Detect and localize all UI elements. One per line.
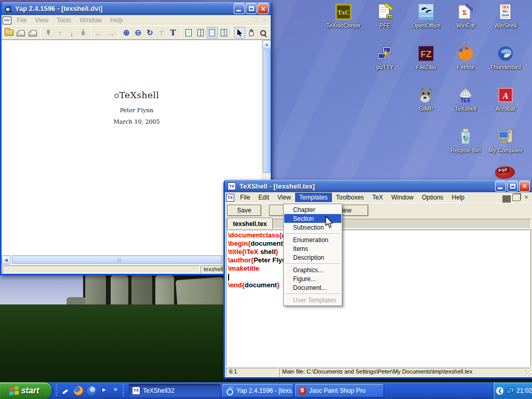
desktop-icon-openoffice[interactable]: OpenOffice [405,3,447,29]
desktop-icon-winshell[interactable]: TEXWinShell WinShell [485,3,526,29]
tab-texshell-tex[interactable]: texshell.tex [227,218,273,229]
desktop-icon-texshell[interactable]: TEX TeXshell [445,86,486,112]
yap-menu-window[interactable]: Window [75,16,106,25]
menu-window[interactable]: Window [387,193,418,202]
psp-icon: PSP [495,165,515,180]
stonehenge-stone [155,275,174,309]
winshell-icon: TEXWinShell [497,3,514,21]
psp-badge-text: PSP [497,167,509,173]
menu-toolboxes[interactable]: Toolboxes [332,193,368,202]
menu-item-user-templates: User Templates [284,296,341,304]
desktop-icon-texniccenter[interactable]: TxC TeXnicCenter [323,3,364,29]
yap-minimize-button[interactable] [234,3,245,14]
zoom-in-button[interactable]: ⊕ [121,27,132,38]
next-page-button[interactable]: ↓ [66,27,77,38]
desktop-icon-pfe[interactable]: 32 PFE [364,3,406,29]
text-outline-button[interactable]: T [156,27,167,38]
vertical-scroll-thumb[interactable] [263,49,271,173]
continuous-double-view-button[interactable] [218,27,229,38]
texshell-editor[interactable]: \documentclass{article} \begin{document}… [226,230,531,366]
forward-button[interactable]: → [105,27,116,38]
resize-grip[interactable] [525,370,531,377]
menu-item-document[interactable]: Document... [284,283,341,292]
desktop-icon-label: WinEdt [445,22,486,29]
text-mode-button[interactable]: T [167,27,178,38]
menu-options[interactable]: Options [418,193,447,202]
menu-templates[interactable]: Templates [295,193,332,202]
yap-titlebar[interactable]: DVI Yap 2.4.1596 - [texshell.dvi] × [2,2,271,15]
zoom-out-button[interactable]: ⊖ [132,27,143,38]
tray-collapse-chevron[interactable]: ❮ [496,387,503,395]
scroll-up-arrow[interactable]: ▲ [262,40,271,49]
refresh-button[interactable]: ↻ [144,27,155,38]
menu-tex[interactable]: TeX [368,193,388,202]
desktop-icon-winedt[interactable]: Σ WinEdt [445,3,486,29]
hand-tool-button[interactable] [246,27,257,38]
quicklaunch-overflow-chevron[interactable]: » [114,385,117,393]
back-button[interactable]: ← [94,27,104,38]
taskbar-button-texshell32[interactable]: TX TeXShell32 [129,384,220,397]
menu-item-chapter[interactable]: Chapter [284,205,341,214]
yap-menu-help[interactable]: Help [106,16,127,25]
texshell-window-title: TeXShell - [texshell.tex] [240,182,493,190]
taskbar-button-paintshoppro[interactable]: 8 Jasc Paint Shop Pro [295,384,383,397]
desktop-icon-putty[interactable]: puTTY [364,45,406,70]
menu-help[interactable]: Help [447,193,469,202]
print-setup-button[interactable] [27,27,38,38]
desktop-icon-thunderbird[interactable]: Thunderbird [485,45,526,70]
mdi-minimize-button[interactable] [502,193,511,201]
open-file-button[interactable] [4,27,15,38]
network-tray-icon[interactable] [506,388,513,394]
thunderbird-quicklaunch-icon[interactable] [87,386,96,395]
continuous-view-button[interactable] [207,27,218,38]
taskbar-button-yap[interactable]: Yap 2.4.1596 - [texs... [222,384,293,397]
first-page-button[interactable]: ↟ [43,27,54,38]
menu-item-enumeration[interactable]: Enumeration [284,235,341,244]
menu-item-graphics[interactable]: Graphics... [284,265,341,274]
scroll-left-arrow[interactable]: ◀ [2,256,10,264]
double-page-icon [197,29,204,36]
mdi-close-button[interactable]: × [522,193,530,201]
menu-item-description[interactable]: Description [284,253,341,262]
previous-page-button[interactable]: ↑ [55,27,65,38]
texshell-minimize-button[interactable] [495,181,506,192]
magnifier-tool-button[interactable] [258,27,269,38]
select-tool-button[interactable] [234,27,246,38]
texshell-close-button[interactable]: × [519,181,530,192]
desktop-icon-gimp[interactable]: GIMP [405,86,447,112]
texshell-titlebar[interactable]: TX TeXShell - [texshell.tex] × [225,180,532,192]
menu-item-items[interactable]: Items [284,244,341,253]
menu-view[interactable]: View [273,193,295,202]
print-button[interactable] [15,27,26,38]
single-page-view-button[interactable] [183,27,194,38]
desktop-icon-filezilla[interactable]: FZ FileZilla [405,45,447,70]
menu-item-figure[interactable]: Figure... [284,274,341,283]
mdi-child-controls[interactable]: × [502,193,530,201]
menu-edit[interactable]: Edit [254,193,273,202]
desktop-icon-firefox[interactable]: Firefox [445,45,486,70]
horizontal-scroll-thumb[interactable] [12,256,222,264]
desktop-icon-acrobat[interactable]: A Acrobat [485,86,526,112]
desktop-icon-psp-partial[interactable]: PSP [495,166,518,180]
texshell-tabbar: texshell.tex [225,217,532,230]
mdi-restore-button[interactable] [512,193,521,201]
yap-maximize-button[interactable] [246,3,257,14]
desktop-icon-my-computer[interactable]: My Computer [485,128,526,153]
firefox-quicklaunch-icon[interactable] [74,386,83,395]
yap-menu-file[interactable]: File [12,16,31,25]
texshell-maximize-button[interactable] [507,181,518,192]
yap-close-button[interactable]: × [258,3,269,14]
double-page-view-button[interactable] [195,27,206,38]
desktop-icon-recycle-bin[interactable]: ↻ Recycle Bin [445,128,486,153]
last-page-button[interactable]: ↡ [77,27,88,38]
start-button[interactable]: start [0,382,51,399]
svg-text:DVI: DVI [7,5,12,8]
menu-file[interactable]: File [236,193,254,202]
editor-line: \begin{document} [228,240,530,248]
yap-menu-tools[interactable]: Tools [52,16,75,25]
dvi-doc-title: TeXshell [43,90,230,100]
stonehenge-stone [85,274,106,309]
save-button[interactable]: Save [227,205,261,216]
yap-menu-view[interactable]: View [31,16,52,25]
desktop-icon-label: PFE [364,22,406,29]
